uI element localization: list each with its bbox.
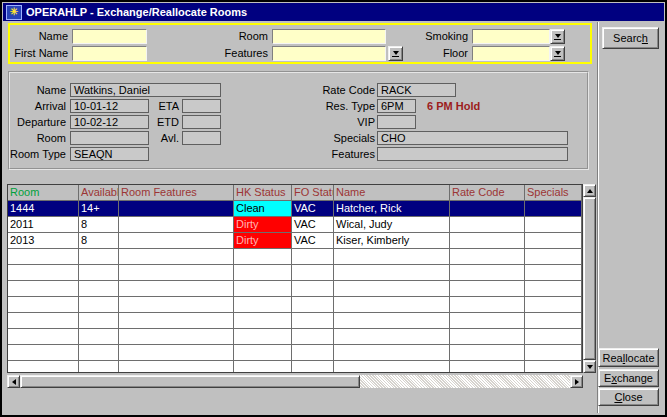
cell-specials	[525, 201, 582, 217]
cell-empty	[79, 361, 119, 373]
departure-label: Departure	[4, 115, 66, 129]
floor-label: Floor	[412, 46, 468, 61]
cell-specials	[525, 217, 582, 233]
cell-empty	[79, 297, 119, 313]
search-button[interactable]: Search	[602, 27, 659, 49]
arrival-label: Arrival	[4, 99, 66, 113]
arrow-down-icon	[587, 365, 593, 369]
table-row-empty	[8, 249, 582, 265]
features-input[interactable]	[272, 46, 386, 61]
cell-hk_status: Dirty	[234, 217, 292, 233]
res-type-label: Res. Type	[307, 99, 375, 113]
cell-empty	[450, 281, 525, 297]
cell-empty	[119, 313, 234, 329]
cell-empty	[450, 313, 525, 329]
cell-empty	[334, 297, 450, 313]
room-label: Room	[214, 29, 268, 44]
cell-specials	[525, 233, 582, 249]
title-bar[interactable]: ✳ OPERAHLP - Exchange/Reallocate Rooms	[3, 3, 664, 21]
scroll-right-button[interactable]	[570, 375, 583, 388]
table-row[interactable]: 20138DirtyVACKiser, Kimberly	[8, 233, 582, 249]
name-label: Name	[20, 29, 68, 44]
column-header-rate_code: Rate Code	[450, 185, 525, 201]
scroll-left-button[interactable]	[7, 375, 20, 388]
cell-empty	[234, 329, 292, 345]
floor-input[interactable]	[472, 46, 550, 61]
cell-fo_status: VAC	[292, 233, 334, 249]
cell-rate_code	[450, 201, 525, 217]
chevron-down-icon	[555, 34, 561, 38]
reallocate-button[interactable]: Reallocate	[598, 348, 659, 367]
cell-available: 8	[79, 217, 119, 233]
rate-code-value: RACK	[377, 83, 456, 97]
chevron-underline	[554, 56, 561, 57]
cell-empty	[334, 329, 450, 345]
features-label: Features	[214, 46, 268, 61]
scroll-up-button[interactable]	[583, 184, 596, 197]
features-lov-button[interactable]	[388, 46, 403, 61]
cell-empty	[234, 297, 292, 313]
close-button[interactable]: Close	[598, 388, 659, 406]
vertical-scrollbar[interactable]	[583, 184, 596, 373]
cell-empty	[525, 249, 582, 265]
cell-empty	[119, 249, 234, 265]
exchange-reallocate-rooms-window: ✳ OPERAHLP - Exchange/Reallocate Rooms N…	[0, 0, 667, 417]
specials-value: CHO	[377, 131, 568, 145]
cell-empty	[525, 329, 582, 345]
column-header-room_features: Room Features	[119, 185, 234, 201]
detail-features-label: Features	[307, 147, 375, 161]
table-row[interactable]: 144414+CleanVACHatcher, Rick	[8, 201, 582, 217]
name-input[interactable]	[72, 29, 147, 44]
cell-empty	[292, 329, 334, 345]
cell-room_features	[119, 217, 234, 233]
cell-empty	[334, 265, 450, 281]
cell-empty	[292, 281, 334, 297]
avl-value	[182, 131, 221, 145]
arrow-up-icon	[587, 189, 593, 193]
vertical-scroll-thumb[interactable]	[583, 197, 596, 360]
cell-empty	[8, 313, 79, 329]
cell-empty	[234, 249, 292, 265]
table-row[interactable]: 20118DirtyVACWical, Judy	[8, 217, 582, 233]
floor-lov-button[interactable]	[550, 46, 565, 61]
cell-empty	[8, 281, 79, 297]
cell-empty	[292, 313, 334, 329]
cell-empty	[334, 313, 450, 329]
cell-empty	[292, 297, 334, 313]
cell-empty	[79, 313, 119, 329]
table-row-empty	[8, 329, 582, 345]
cell-name: Wical, Judy	[334, 217, 450, 233]
cell-empty	[8, 329, 79, 345]
cell-hk_status: Dirty	[234, 233, 292, 249]
table-row-empty	[8, 297, 582, 313]
horizontal-scrollbar[interactable]	[7, 375, 583, 388]
cell-empty	[234, 281, 292, 297]
first-name-input[interactable]	[72, 46, 147, 61]
cell-empty	[292, 265, 334, 281]
cell-empty	[450, 329, 525, 345]
exchange-button[interactable]: Exchange	[598, 369, 659, 387]
cell-empty	[79, 265, 119, 281]
cell-empty	[79, 281, 119, 297]
column-header-fo_status: FO Status	[292, 185, 334, 201]
cell-rate_code	[450, 233, 525, 249]
table-row-empty	[8, 345, 582, 361]
cell-empty	[525, 313, 582, 329]
horizontal-scroll-thumb[interactable]	[20, 375, 360, 388]
cell-empty	[119, 329, 234, 345]
cell-empty	[450, 361, 525, 373]
smoking-input[interactable]	[472, 29, 550, 44]
cell-empty	[334, 345, 450, 361]
table-row-empty	[8, 313, 582, 329]
rate-code-label: Rate Code	[307, 83, 375, 97]
cell-empty	[450, 297, 525, 313]
scroll-down-button[interactable]	[583, 360, 596, 373]
arrival-value: 10-01-12	[70, 99, 149, 113]
cell-empty	[292, 361, 334, 373]
detail-features-value	[377, 147, 568, 161]
room-input[interactable]	[272, 29, 386, 44]
etd-value	[182, 115, 221, 129]
eta-value	[182, 99, 221, 113]
smoking-lov-button[interactable]	[550, 29, 565, 44]
cell-empty	[525, 281, 582, 297]
